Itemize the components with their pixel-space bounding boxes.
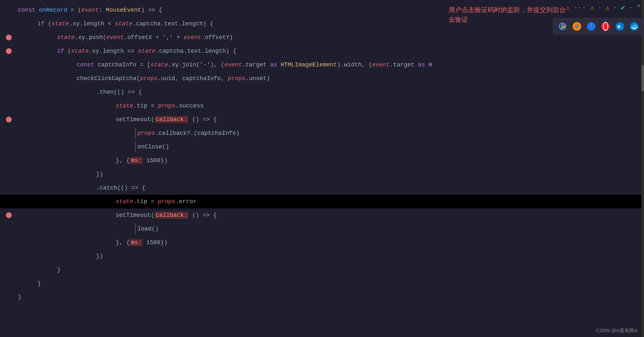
token: event <box>224 62 242 68</box>
code-line-17: load() <box>0 222 644 236</box>
line-content-5: const captchaInfo = [state.xy.join('-'),… <box>16 62 644 68</box>
token: HTMLImageElement <box>281 62 337 68</box>
line-content-8: state.tip = props.success <box>16 103 644 109</box>
warning-icon-3[interactable]: ⚠ <box>606 4 609 12</box>
line-content-18: }, {ms: 1500}) <box>16 239 644 246</box>
breakpoint-4 <box>6 48 12 54</box>
token: event <box>106 34 124 41</box>
token: if <box>57 48 64 54</box>
token: .uuid, captchaInfo, <box>157 75 228 82</box>
token: state <box>138 48 155 54</box>
edge-new-icon[interactable] <box>628 21 640 32</box>
token: props <box>158 198 176 205</box>
token: state <box>116 198 133 205</box>
token: setTimeout( <box>116 212 154 218</box>
line-content-3: state.xy.push(event.offsetX + ',' + even… <box>16 34 644 41</box>
token: event <box>81 7 99 13</box>
edge-old-icon[interactable]: e <box>614 21 626 32</box>
token: state <box>150 62 168 68</box>
token: .then(() => { <box>96 89 142 95</box>
token: () => { <box>189 212 217 218</box>
token: ).width, ( <box>337 62 372 68</box>
line-content-7: .then(() => { <box>16 89 644 95</box>
code-line-14: .catch(() => { <box>0 181 644 195</box>
chrome-icon[interactable] <box>557 21 568 32</box>
line-content-12: }, {ms: 1500}) <box>16 157 644 164</box>
code-editor: const onRecord = (event: MouseEvent) => … <box>0 0 644 337</box>
token: () => { <box>189 116 217 123</box>
token: event <box>372 62 390 68</box>
token: if <box>37 21 45 27</box>
line-content-16: setTimeout(callback: () => { <box>16 212 644 219</box>
token: load() <box>137 226 159 232</box>
dot-separator-1: · <box>598 5 602 11</box>
token: props <box>228 75 246 82</box>
scrollbar-right[interactable] <box>641 0 644 337</box>
svg-point-8 <box>601 22 610 31</box>
top-toolbar: ⚠ ··· ⚠ · ⚠ · ✔ · ⌃ <box>565 3 641 12</box>
code-line-21: } <box>0 277 644 290</box>
line-content-20: } <box>16 267 644 273</box>
token: 1500}) <box>143 239 168 246</box>
chevron-up-icon[interactable]: ⌃ <box>637 3 641 12</box>
token: 1500}) <box>143 157 168 164</box>
token: .xy.push( <box>75 34 106 41</box>
breakpoint-9 <box>6 117 12 122</box>
firefox-icon[interactable] <box>571 21 583 32</box>
token: }) <box>96 171 103 177</box>
token: ( <box>64 48 71 54</box>
token: : <box>99 7 106 13</box>
warning-icon-1[interactable]: ⚠ <box>565 3 570 12</box>
token: .tip = <box>133 103 158 109</box>
token: .callback?.(captchaInfo) <box>155 130 239 136</box>
token: props <box>158 103 176 109</box>
code-line-15: state.tip = props.error <box>0 195 644 208</box>
token: + <box>173 34 183 41</box>
code-line-1: const onRecord = (event: MouseEvent) => … <box>0 3 644 17</box>
code-line-13: }) <box>0 167 644 181</box>
token: props <box>140 75 157 82</box>
code-line-6: checkClickCaptcha(props.uuid, captchaInf… <box>0 72 644 85</box>
code-line-5: const captchaInfo = [state.xy.join('-'),… <box>0 58 644 72</box>
token: ',' <box>163 34 173 41</box>
token: .tip = <box>133 198 158 205</box>
code-line-12: }, {ms: 1500}) <box>0 154 644 167</box>
checkmark-icon[interactable]: ✔ <box>621 3 625 12</box>
opera-icon[interactable] <box>600 21 611 32</box>
scrollbar-thumb[interactable] <box>641 65 644 91</box>
breakpoint-16 <box>6 212 12 218</box>
token: .captcha.text.length) { <box>155 48 236 54</box>
highlighted-callback-1: callback: <box>154 116 189 123</box>
token: }, { <box>116 157 130 164</box>
token: .xy.length == <box>89 48 138 54</box>
attribution-text: CSDN @A黄俊辉A <box>596 328 637 333</box>
token: H <box>425 62 432 68</box>
menu-dots-icon[interactable]: ··· <box>574 5 586 11</box>
token <box>277 62 281 68</box>
warning-icon-2[interactable]: ⚠ <box>590 4 594 12</box>
token: } <box>57 267 61 273</box>
token: as <box>418 62 425 68</box>
line-content-6: checkClickCaptcha(props.uuid, captchaInf… <box>16 75 644 82</box>
token: } <box>18 294 21 301</box>
token: as <box>270 62 277 68</box>
line-content-4: if (state.xy.length == state.captcha.tex… <box>16 48 644 54</box>
line-content-9: setTimeout(callback: () => { <box>16 116 644 123</box>
code-line-3: state.xy.push(event.offsetX + ',' + even… <box>0 31 644 44</box>
token: event <box>184 34 201 41</box>
safari-icon[interactable] <box>585 21 597 32</box>
token: state <box>51 21 69 27</box>
line-content-22: } <box>16 294 644 301</box>
token: } <box>37 280 41 287</box>
token: .catch(() => { <box>96 185 145 191</box>
token: .offsetY) <box>201 34 233 41</box>
attribution: CSDN @A黄俊辉A <box>596 328 637 334</box>
highlighted-callback-2: callback: <box>154 212 189 219</box>
code-line-7: .then(() => { <box>0 85 644 99</box>
browser-icons-bar: e <box>553 18 644 35</box>
token: .captcha.text.length) { <box>133 21 213 27</box>
token: const <box>18 7 39 13</box>
token: const <box>77 62 98 68</box>
token: onClose() <box>137 144 169 150</box>
token: captchaInfo = [ <box>98 62 150 68</box>
